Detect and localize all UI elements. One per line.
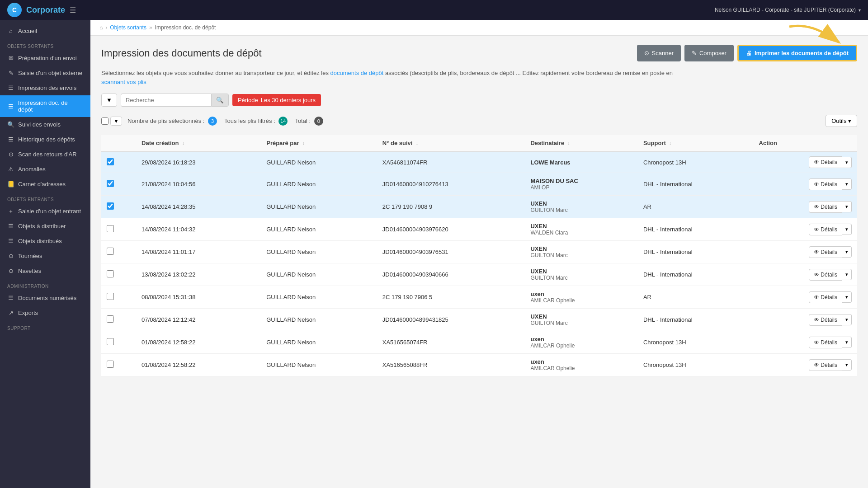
sidebar-item-historique[interactable]: ☰ Historique des dépôts bbox=[0, 132, 90, 147]
sidebar-item-anomalies[interactable]: ⚠ Anomalies bbox=[0, 162, 90, 177]
details-button[interactable]: 👁 Détails bbox=[809, 337, 842, 348]
details-button[interactable]: 👁 Détails bbox=[809, 359, 842, 371]
row-suivi: JD014600004903976531 bbox=[377, 241, 525, 263]
sidebar-anomalies-label: Anomalies bbox=[18, 166, 46, 173]
row-checkbox-cell[interactable] bbox=[101, 151, 136, 173]
row-checkbox[interactable] bbox=[107, 270, 114, 277]
print-button-icon: 🖨 bbox=[746, 50, 752, 56]
th-check bbox=[101, 135, 136, 151]
sidebar-item-exports[interactable]: ↗ Exports bbox=[0, 305, 90, 320]
details-dropdown-button[interactable]: ▾ bbox=[842, 269, 852, 280]
compose-button[interactable]: ✎ Composer bbox=[684, 45, 734, 61]
filter-dropdown-button[interactable]: ▼ bbox=[101, 94, 117, 107]
th-support[interactable]: Support ↕ bbox=[638, 135, 754, 151]
list-icon: ☰ bbox=[7, 84, 14, 91]
row-checkbox-cell[interactable] bbox=[101, 309, 136, 331]
details-dropdown-button[interactable]: ▾ bbox=[842, 224, 852, 235]
sidebar-item-suivi[interactable]: 🔍 Suivi des envois bbox=[0, 117, 90, 132]
sidebar-item-saisie-entrant[interactable]: + Saisie d'un objet entrant bbox=[0, 204, 90, 219]
details-button[interactable]: 👁 Détails bbox=[809, 291, 842, 303]
hamburger-icon[interactable]: ☰ bbox=[70, 6, 76, 14]
row-checkbox-cell[interactable] bbox=[101, 196, 136, 218]
row-destinataire: LOWE Marcus bbox=[525, 151, 637, 173]
row-prepare: GUILLARD Nelson bbox=[261, 331, 377, 354]
sidebar-item-tournees[interactable]: ⊙ Tournées bbox=[0, 249, 90, 263]
details-button[interactable]: 👁 Détails bbox=[809, 224, 842, 235]
dest-sub: AMILCAR Ophelie bbox=[530, 343, 632, 349]
sidebar-item-scan-retours[interactable]: ⊙ Scan des retours d'AR bbox=[0, 147, 90, 162]
info-link-documents[interactable]: documents de dépôt bbox=[330, 70, 384, 76]
total-label: Total : bbox=[295, 117, 311, 124]
action-cell: 👁 Détails ▾ bbox=[759, 201, 852, 213]
breadcrumb-objets-sortants[interactable]: Objets sortants bbox=[110, 24, 146, 31]
details-dropdown-button[interactable]: ▾ bbox=[842, 178, 852, 190]
print-button[interactable]: 🖨 Imprimer les documents de dépôt bbox=[737, 45, 857, 61]
check-dropdown-button[interactable]: ▼ bbox=[110, 117, 122, 126]
row-checkbox-cell[interactable] bbox=[101, 331, 136, 354]
row-checkbox[interactable] bbox=[107, 315, 114, 323]
details-dropdown-button[interactable]: ▾ bbox=[842, 359, 852, 371]
table-row: 07/08/2024 12:12:42 GUILLARD Nelson JD01… bbox=[101, 309, 857, 331]
row-checkbox[interactable] bbox=[107, 180, 114, 187]
print-button-label: Imprimer les documents de dépôt bbox=[755, 50, 849, 56]
dest-name: UXEN bbox=[530, 223, 632, 230]
outils-button[interactable]: Outils ▾ bbox=[826, 115, 857, 127]
sidebar-item-saisie-externe[interactable]: ✎ Saisie d'un objet externe bbox=[0, 66, 90, 80]
row-checkbox[interactable] bbox=[107, 202, 114, 210]
th-prepare[interactable]: Préparé par ↕ bbox=[261, 135, 377, 151]
breadcrumb-home-icon[interactable]: ⌂ bbox=[99, 24, 103, 31]
sidebar-carnet-label: Carnet d'adresses bbox=[18, 181, 66, 188]
page-content: Impression des documents de dépôt ⊙ Scan… bbox=[90, 36, 868, 385]
row-checkbox[interactable] bbox=[107, 225, 114, 232]
row-checkbox-cell[interactable] bbox=[101, 173, 136, 196]
details-dropdown-button[interactable]: ▾ bbox=[842, 314, 852, 325]
details-button[interactable]: 👁 Détails bbox=[809, 314, 842, 326]
check-all-checkbox[interactable] bbox=[101, 117, 108, 125]
row-suivi: JD014600004903940666 bbox=[377, 263, 525, 286]
details-button[interactable]: 👁 Détails bbox=[809, 156, 842, 168]
row-checkbox[interactable] bbox=[107, 361, 114, 368]
row-prepare: GUILLARD Nelson bbox=[261, 354, 377, 376]
action-cell: 👁 Détails ▾ bbox=[759, 269, 852, 281]
sidebar-item-objets-distribues[interactable]: ☰ Objets distribués bbox=[0, 234, 90, 249]
sidebar-item-preparation[interactable]: ✉ Préparation d'un envoi bbox=[0, 51, 90, 66]
th-date[interactable]: Date création ↕ bbox=[136, 135, 261, 151]
details-dropdown-button[interactable]: ▾ bbox=[842, 337, 852, 348]
details-dropdown-button[interactable]: ▾ bbox=[842, 291, 852, 303]
sidebar-item-impression-depot[interactable]: ☰ Impression doc. de dépôt bbox=[0, 95, 90, 117]
sidebar-item-objets-distribuer[interactable]: ☰ Objets à distribuer bbox=[0, 219, 90, 234]
row-checkbox-cell[interactable] bbox=[101, 263, 136, 286]
action-cell: 👁 Détails ▾ bbox=[759, 246, 852, 258]
details-button[interactable]: 👁 Détails bbox=[809, 201, 842, 213]
sidebar-item-documents[interactable]: ☰ Documents numérisés bbox=[0, 291, 90, 305]
sidebar-item-navettes[interactable]: ⊙ Navettes bbox=[0, 263, 90, 278]
row-checkbox[interactable] bbox=[107, 293, 114, 300]
details-dropdown-button[interactable]: ▾ bbox=[842, 246, 852, 258]
search-button[interactable]: 🔍 bbox=[211, 94, 229, 107]
row-action: 👁 Détails ▾ bbox=[754, 241, 857, 263]
row-checkbox-cell[interactable] bbox=[101, 241, 136, 263]
search-input[interactable] bbox=[121, 94, 211, 107]
th-suivi[interactable]: N° de suivi ↕ bbox=[377, 135, 525, 151]
info-link-scan[interactable]: scannant vos plis bbox=[101, 79, 146, 85]
sidebar-item-carnet[interactable]: 📒 Carnet d'adresses bbox=[0, 177, 90, 192]
details-button[interactable]: 👁 Détails bbox=[809, 269, 842, 281]
user-info-button[interactable]: Nelson GUILLARD - Corporate - site JUPIT… bbox=[715, 7, 861, 13]
row-checkbox[interactable] bbox=[107, 338, 114, 345]
row-checkbox-cell[interactable] bbox=[101, 286, 136, 309]
details-dropdown-button[interactable]: ▾ bbox=[842, 201, 852, 212]
sidebar-item-impression-envois[interactable]: ☰ Impression des envois bbox=[0, 80, 90, 95]
details-button[interactable]: 👁 Détails bbox=[809, 246, 842, 258]
details-dropdown-button[interactable]: ▾ bbox=[842, 157, 852, 168]
row-checkbox[interactable] bbox=[107, 248, 114, 255]
row-checkbox-cell[interactable] bbox=[101, 218, 136, 241]
sidebar-item-accueil[interactable]: ⌂ Accueil bbox=[0, 23, 90, 38]
scan-button[interactable]: ⊙ Scanner bbox=[637, 45, 681, 61]
row-checkbox-cell[interactable] bbox=[101, 354, 136, 376]
row-action: 👁 Détails ▾ bbox=[754, 263, 857, 286]
search-wrapper: 🔍 bbox=[121, 94, 229, 107]
row-checkbox[interactable] bbox=[107, 158, 114, 165]
details-button[interactable]: 👁 Détails bbox=[809, 178, 842, 190]
dest-sub: GUILTON Marc bbox=[530, 207, 632, 213]
th-destinataire[interactable]: Destinataire ↕ bbox=[525, 135, 637, 151]
